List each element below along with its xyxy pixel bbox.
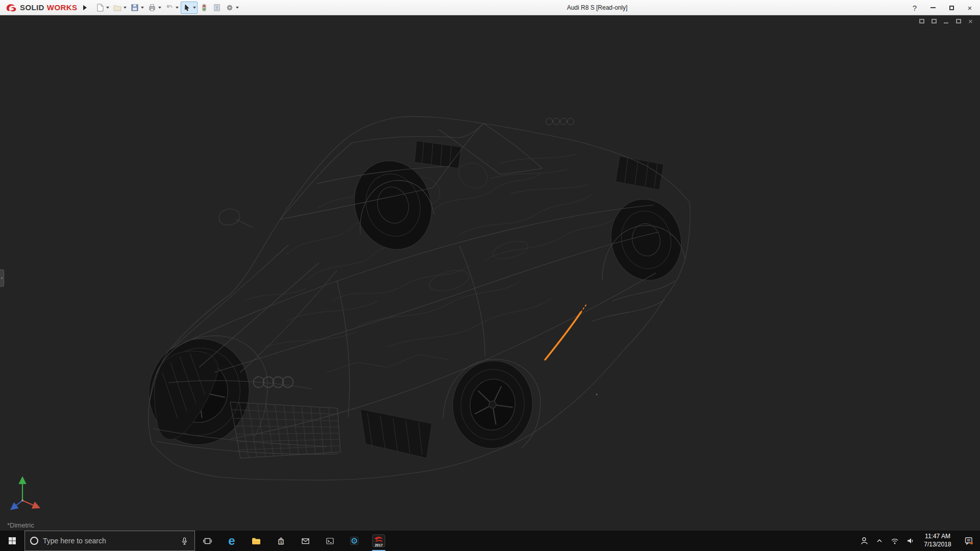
dropdown-arrow-icon[interactable] — [141, 7, 144, 9]
minimize-icon — [930, 7, 936, 8]
clock-time: 11:47 AM — [918, 533, 958, 541]
print-button[interactable] — [146, 2, 163, 14]
dropdown-arrow-icon[interactable] — [193, 7, 196, 9]
cortana-circle-icon — [30, 537, 38, 545]
restore-button[interactable] — [942, 0, 961, 15]
rebuild-button[interactable] — [198, 2, 210, 14]
file-explorer-button[interactable] — [244, 531, 268, 551]
search-input[interactable] — [43, 537, 175, 545]
minimize-icon — [944, 22, 948, 23]
graphics-viewport[interactable]: × ‹ — [0, 15, 980, 531]
z-axis-arrow — [13, 500, 22, 508]
select-cursor-icon — [182, 3, 191, 12]
shopping-bag-icon — [276, 536, 286, 546]
pane-icon — [919, 19, 924, 23]
open-button[interactable] — [111, 2, 128, 14]
open-folder-icon — [113, 3, 122, 12]
task-view-icon — [203, 536, 212, 546]
solidworks-2017-button[interactable]: 2017 — [366, 531, 391, 551]
file-properties-icon — [212, 3, 222, 12]
rebuild-traffic-light-icon — [200, 3, 209, 12]
action-center-icon — [964, 536, 974, 546]
dropdown-arrow-icon[interactable] — [124, 7, 127, 9]
blue-ring-icon — [349, 536, 359, 546]
restore-icon — [949, 6, 954, 10]
quick-access-toolbar — [94, 2, 240, 14]
dropdown-arrow-icon[interactable] — [158, 7, 161, 9]
document-pane-button[interactable] — [930, 18, 937, 24]
undo-icon — [165, 3, 174, 12]
pane-icon — [932, 19, 937, 23]
chevron-up-icon — [875, 537, 884, 545]
taskbar: e — [0, 531, 980, 551]
network-tray-button[interactable] — [887, 531, 902, 551]
new-document-icon — [95, 3, 105, 12]
console-icon — [325, 536, 335, 546]
file-properties-button[interactable] — [211, 2, 223, 14]
print-icon — [148, 3, 157, 12]
system-tray: 11:47 AM 7/13/2018 — [856, 531, 980, 551]
taskbar-clock[interactable]: 11:47 AM 7/13/2018 — [918, 531, 958, 551]
minimize-button[interactable] — [924, 0, 942, 15]
document-pane-button[interactable] — [918, 18, 925, 24]
dropdown-arrow-icon[interactable] — [236, 7, 239, 9]
new-document-button[interactable] — [94, 2, 111, 14]
action-center-button[interactable] — [958, 531, 980, 551]
start-button[interactable] — [0, 531, 24, 551]
solidworks-version-label: 2017 — [372, 543, 385, 547]
volume-tray-button[interactable] — [902, 531, 918, 551]
help-button[interactable]: ? — [905, 0, 924, 15]
mail-button[interactable] — [293, 531, 317, 551]
toolbar-flyout-arrow-icon[interactable] — [83, 5, 87, 10]
envelope-icon — [301, 536, 310, 546]
edge-button[interactable]: e — [219, 531, 244, 551]
x-axis-arrow — [22, 500, 37, 507]
view-orientation-label: *Dimetric — [7, 521, 34, 529]
solidworks-logo: SOLIDWORKS — [0, 3, 81, 13]
car-wireframe-model — [0, 15, 980, 531]
window-controls: ? × — [905, 0, 979, 15]
options-gear-icon — [225, 3, 234, 12]
task-view-button[interactable] — [195, 531, 219, 551]
title-bar: SOLIDWORKS — [0, 0, 980, 15]
orientation-triad — [6, 471, 44, 514]
edge-e-icon: e — [228, 535, 235, 547]
dropdown-arrow-icon[interactable] — [176, 7, 179, 9]
document-window-controls: × — [918, 18, 974, 24]
brand-text-works: WORKS — [47, 3, 78, 12]
document-close-button[interactable]: × — [967, 18, 974, 24]
clock-date: 7/13/2018 — [918, 541, 958, 549]
taskbar-search[interactable] — [24, 531, 195, 551]
select-button[interactable] — [181, 2, 198, 14]
windows-logo-icon — [8, 536, 17, 545]
user-tray-button[interactable] — [856, 531, 872, 551]
brand-text-solid: SOLID — [20, 3, 44, 12]
folder-icon — [251, 536, 261, 545]
options-button[interactable] — [224, 2, 240, 14]
volume-icon — [905, 536, 915, 545]
restore-icon — [956, 19, 961, 23]
blue-circle-app-button[interactable] — [342, 531, 366, 551]
selected-edge[interactable] — [545, 304, 587, 360]
command-prompt-button[interactable] — [317, 531, 342, 551]
feature-tree-collapse-handle[interactable]: ‹ — [0, 269, 4, 287]
audi-rings-rear — [546, 118, 574, 125]
document-restore-button[interactable] — [955, 18, 962, 24]
network-icon — [890, 536, 899, 545]
store-button[interactable] — [268, 531, 293, 551]
dropdown-arrow-icon[interactable] — [106, 7, 109, 9]
undo-button[interactable] — [163, 2, 180, 14]
document-title: Audi R8 S [Read-only] — [526, 4, 669, 11]
save-icon — [130, 3, 139, 12]
ds-swoosh-icon — [5, 3, 17, 13]
close-button[interactable]: × — [961, 0, 979, 15]
document-minimize-button[interactable] — [943, 18, 949, 24]
microphone-icon[interactable] — [180, 536, 189, 546]
hidden-icons-button[interactable] — [872, 531, 887, 551]
user-icon — [860, 536, 869, 545]
save-button[interactable] — [129, 2, 145, 14]
